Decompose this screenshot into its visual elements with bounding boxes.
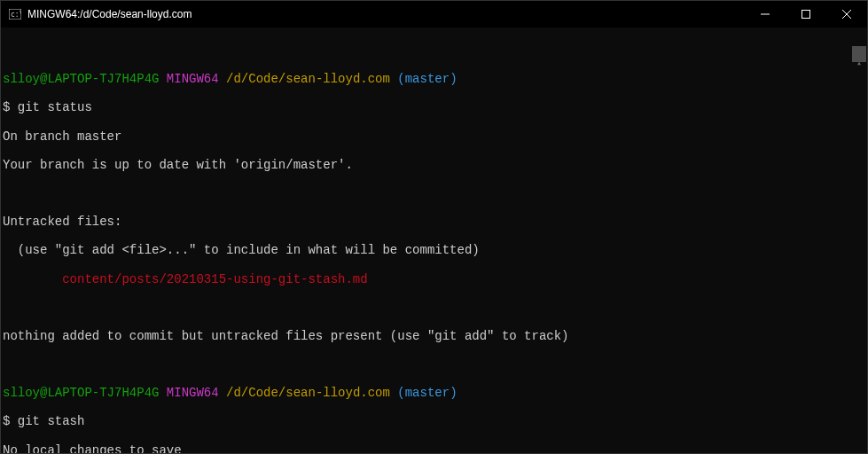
- branch-open: (: [397, 386, 404, 400]
- titlebar-left: c:\ MINGW64:/d/Code/sean-lloyd.com: [8, 7, 192, 21]
- output-line: Untracked files:: [3, 215, 865, 229]
- svg-text:c:\: c:\: [11, 11, 21, 19]
- scrollbar-thumb[interactable]: [852, 46, 866, 62]
- shell-name: MINGW64: [167, 386, 219, 400]
- shell-name: MINGW64: [167, 72, 219, 86]
- blank-line: [3, 301, 865, 315]
- output-line: Your branch is up to date with 'origin/m…: [3, 158, 865, 172]
- branch-close: ): [450, 386, 457, 400]
- window-titlebar: c:\ MINGW64:/d/Code/sean-lloyd.com: [1, 1, 867, 27]
- ps1: $: [3, 100, 10, 114]
- blank-line: [3, 357, 865, 372]
- terminal-icon: c:\: [8, 7, 22, 21]
- ps1: $: [3, 414, 10, 428]
- output-line: On branch master: [3, 129, 865, 144]
- branch-open: (: [397, 72, 404, 86]
- prompt-line: slloy@LAPTOP-TJ7H4P4G MINGW64 /d/Code/se…: [3, 72, 865, 86]
- output-line: nothing added to commit but untracked fi…: [3, 329, 865, 343]
- branch-close: ): [450, 72, 457, 86]
- command-line: $ git stash: [3, 414, 865, 428]
- output-line: No local changes to save: [3, 443, 865, 454]
- maximize-button[interactable]: [786, 1, 826, 27]
- command-text: git status: [18, 100, 92, 114]
- window-title: MINGW64:/d/Code/sean-lloyd.com: [27, 8, 192, 20]
- svg-rect-3: [802, 11, 810, 19]
- window-controls: [745, 1, 867, 27]
- branch-name: master: [405, 386, 450, 400]
- minimize-button[interactable]: [745, 1, 786, 27]
- output-line: (use "git add <file>..." to include in w…: [3, 243, 865, 257]
- working-dir: /d/Code/sean-lloyd.com: [226, 386, 390, 400]
- user-host: slloy@LAPTOP-TJ7H4P4G: [3, 386, 159, 400]
- user-host: slloy@LAPTOP-TJ7H4P4G: [3, 72, 159, 86]
- scrollbar[interactable]: ▴: [852, 28, 866, 452]
- terminal-area[interactable]: slloy@LAPTOP-TJ7H4P4G MINGW64 /d/Code/se…: [1, 27, 867, 453]
- untracked-file: content/posts/20210315-using-git-stash.m…: [3, 272, 865, 286]
- prompt-line: slloy@LAPTOP-TJ7H4P4G MINGW64 /d/Code/se…: [3, 386, 865, 400]
- blank-line: [3, 186, 865, 200]
- blank-line: [3, 43, 865, 58]
- command-line: $ git status: [3, 100, 865, 114]
- branch-name: master: [405, 72, 450, 86]
- command-text: git stash: [18, 414, 85, 428]
- close-button[interactable]: [826, 1, 867, 27]
- working-dir: /d/Code/sean-lloyd.com: [226, 72, 390, 86]
